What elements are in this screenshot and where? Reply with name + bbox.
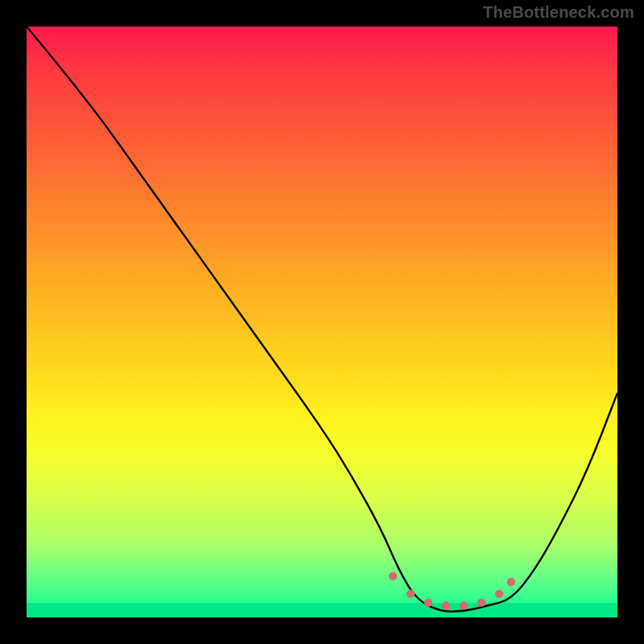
curve-marker-dot (442, 601, 450, 609)
curve-marker-dot (389, 572, 397, 580)
plot-area (27, 27, 617, 617)
bottleneck-curve-line (27, 27, 617, 612)
curve-marker-dot (495, 589, 503, 597)
curve-marker-dot (460, 601, 468, 609)
bottleneck-curve-svg (27, 27, 617, 617)
curve-marker-dot (507, 578, 515, 586)
curve-marker-dot (407, 589, 415, 597)
curve-marker-dot (477, 598, 485, 606)
watermark-text: TheBottleneck.com (483, 3, 634, 22)
chart-frame: TheBottleneck.com (0, 0, 644, 644)
curve-marker-dot (424, 598, 432, 606)
